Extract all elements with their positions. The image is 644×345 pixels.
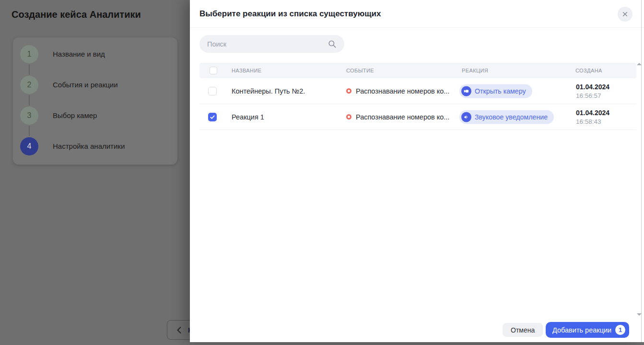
screen: { "page": { "title": "Создание кейса Ана… bbox=[0, 0, 644, 345]
reactions-table: НАЗВАНИЕ СОБЫТИЕ РЕАКЦИЯ СОЗДАНА Контейн… bbox=[199, 63, 636, 130]
event-cell: Распознавание номеров ко... bbox=[346, 87, 449, 95]
search-icon[interactable] bbox=[328, 39, 337, 48]
reaction-name: Контейнеры. Путь №2. bbox=[232, 87, 305, 95]
step-1-label: Название и вид bbox=[53, 50, 105, 58]
created-time: 16:56:57 bbox=[576, 91, 609, 100]
page-title: Создание кейса Аналитики bbox=[12, 9, 141, 20]
event-name: Распознавание номеров ко... bbox=[356, 87, 449, 95]
chevron-left-icon bbox=[176, 326, 182, 334]
step-connector bbox=[29, 126, 30, 136]
cancel-button[interactable]: Отмена bbox=[503, 323, 543, 337]
select-reactions-modal: Выберите реакции из списка существующих … bbox=[190, 0, 644, 342]
stepper-card: 1 Название и вид 2 События и реакции 3 В… bbox=[13, 37, 177, 165]
reaction-badge: Звуковое уведомление bbox=[459, 110, 554, 124]
step-connector bbox=[29, 95, 30, 106]
checkmark-icon bbox=[210, 114, 215, 120]
close-button[interactable] bbox=[618, 7, 632, 22]
search-input[interactable] bbox=[207, 35, 327, 53]
header-divider bbox=[190, 27, 644, 28]
speaker-icon bbox=[461, 112, 471, 122]
step-1-circle[interactable]: 1 bbox=[20, 45, 38, 63]
select-all-checkbox[interactable] bbox=[210, 67, 217, 74]
scroll-up-icon[interactable] bbox=[637, 63, 642, 65]
camera-icon bbox=[461, 86, 471, 96]
created-time: 16:58:43 bbox=[576, 117, 609, 126]
reaction-badge-label: Открыть камеру bbox=[475, 87, 526, 95]
reaction-name: Реакция 1 bbox=[232, 113, 264, 121]
table-row[interactable]: Контейнеры. Путь №2. Распознавание номер… bbox=[199, 78, 636, 104]
created-date: 01.04.2024 bbox=[576, 82, 609, 91]
step-2-label: События и реакции bbox=[53, 81, 118, 89]
selected-count-badge: 1 bbox=[615, 325, 625, 335]
event-ring-icon bbox=[346, 114, 351, 119]
search-bar bbox=[199, 35, 344, 53]
step-4-label: Настройка аналитики bbox=[53, 142, 125, 150]
created-date: 01.04.2024 bbox=[576, 108, 609, 117]
step-3-circle[interactable]: 3 bbox=[20, 107, 38, 125]
event-name: Распознавание номеров ко... bbox=[356, 113, 449, 121]
modal-title: Выберите реакции из списка существующих bbox=[199, 9, 381, 19]
column-header-created: СОЗДАНА bbox=[575, 68, 602, 73]
scrollbar-track[interactable] bbox=[641, 0, 642, 342]
table-header-row: НАЗВАНИЕ СОБЫТИЕ РЕАКЦИЯ СОЗДАНА bbox=[199, 63, 636, 78]
created-cell: 01.04.2024 16:58:43 bbox=[576, 108, 609, 126]
close-icon bbox=[622, 11, 628, 17]
table-row[interactable]: Реакция 1 Распознавание номеров ко... Зв… bbox=[199, 104, 636, 130]
row-checkbox-unchecked[interactable] bbox=[208, 87, 217, 95]
row-checkbox-checked[interactable] bbox=[208, 113, 217, 121]
column-header-reaction: РЕАКЦИЯ bbox=[462, 68, 488, 73]
event-ring-icon bbox=[346, 88, 351, 94]
step-2-circle[interactable]: 2 bbox=[20, 76, 38, 94]
reaction-badge: Открыть камеру bbox=[459, 84, 532, 98]
scroll-down-icon[interactable] bbox=[637, 313, 642, 316]
column-header-event: СОБЫТИЕ bbox=[346, 68, 374, 73]
step-connector bbox=[29, 64, 30, 75]
column-header-name: НАЗВАНИЕ bbox=[232, 68, 262, 73]
event-cell: Распознавание номеров ко... bbox=[346, 113, 449, 121]
step-4-circle[interactable]: 4 bbox=[20, 137, 38, 155]
add-reactions-button[interactable]: Добавить реакции 1 bbox=[546, 322, 629, 338]
add-reactions-label: Добавить реакции bbox=[552, 326, 611, 334]
reaction-badge-label: Звуковое уведомление bbox=[475, 113, 548, 121]
step-3-label: Выбор камер bbox=[53, 111, 97, 119]
created-cell: 01.04.2024 16:56:57 bbox=[576, 82, 609, 100]
